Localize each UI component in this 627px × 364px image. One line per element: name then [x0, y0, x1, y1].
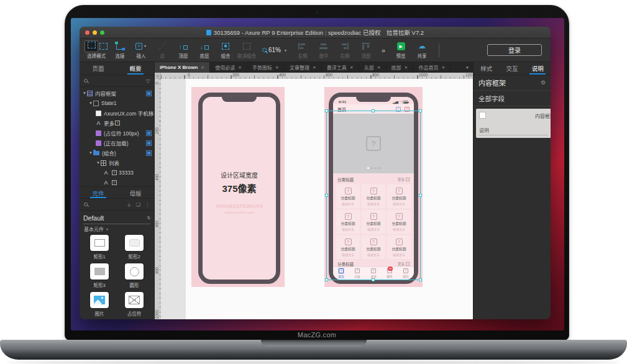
login-button[interactable]: 登录	[487, 44, 542, 56]
all-fields-row[interactable]: 全部字段	[474, 91, 551, 106]
glyph-box-icon: ?	[115, 121, 120, 125]
tab-style[interactable]: 样式	[474, 62, 499, 75]
tab-icon: ?	[355, 268, 360, 273]
library-select[interactable]: Default ⇅	[83, 212, 150, 224]
preview-button[interactable]: ▶ 预览	[391, 42, 410, 59]
search-icon[interactable]	[84, 79, 88, 83]
bezel-brand-label: MacZG.com	[65, 331, 569, 339]
share-button[interactable]: ☁ 共享	[413, 42, 431, 59]
note-badge-icon[interactable]	[146, 91, 152, 96]
widget-placeholder[interactable]: 占位符	[125, 292, 144, 319]
phone2-mockup[interactable]: 9:41 ▂▄▆ ◠ 首页	[329, 93, 418, 284]
close-icon[interactable]: ✕	[275, 65, 279, 70]
tree-item[interactable]: (正在加载)	[80, 138, 154, 148]
note-badge-icon[interactable]	[146, 150, 152, 156]
phone-tab-discover: ? 发现	[365, 268, 382, 280]
insert-button[interactable]: +▼ 插入	[132, 42, 150, 59]
align-center-icon	[319, 42, 327, 51]
phone1-mockup[interactable]: 设计区域宽度 375像素 手机移动端交互原型通用元件库 www.AxureUX.…	[198, 93, 280, 284]
category-cell: ?分类标题描述文字	[362, 210, 385, 234]
signal-icon: ▂▄▆	[393, 101, 398, 104]
search-icon[interactable]	[84, 202, 88, 206]
group-button[interactable]: 组合	[216, 42, 235, 59]
phone-tab-category: ? 分类	[349, 268, 365, 280]
page-tab-active[interactable]: iPhone X Brown✕	[155, 62, 210, 73]
tab-interactions[interactable]: 交互	[499, 62, 524, 75]
macbook-screen: 30135659 - Axure RP 9 Enterprise Edition…	[65, 5, 569, 340]
tree-item[interactable]: AxureUX.com 手机移动	[80, 108, 154, 118]
page-tab[interactable]: 头部✕	[359, 62, 387, 73]
phone-nav-bar: 首页 ? ?	[333, 104, 414, 114]
note-badge-icon[interactable]	[146, 130, 152, 136]
status-time: 9:41	[339, 100, 346, 104]
base-shadow	[6, 361, 621, 364]
tree-item[interactable]: A ?	[80, 178, 154, 186]
close-icon[interactable]: ✕	[405, 65, 408, 70]
snapshot-widget-icon	[96, 130, 101, 136]
close-icon[interactable]: ✕	[313, 65, 316, 70]
page-tab[interactable]: 底部✕	[387, 62, 414, 73]
tree-item[interactable]: (占位符 100px)	[80, 128, 154, 138]
caret-down-icon[interactable]: ▼	[96, 161, 101, 165]
group-folder-icon	[93, 151, 99, 155]
filter-icon[interactable]: ▽	[146, 78, 150, 84]
zoom-lens-icon	[262, 48, 267, 52]
close-icon[interactable]: ✕	[441, 65, 445, 70]
macos-desktop: 30135659 - Axure RP 9 Enterprise Edition…	[71, 18, 564, 330]
close-icon[interactable]: ✕	[201, 65, 204, 70]
note-checkbox[interactable]	[479, 112, 486, 119]
close-icon[interactable]: ✕	[350, 65, 354, 70]
widget-image[interactable]: 图片	[90, 292, 109, 319]
caret-down-icon[interactable]: ▼	[88, 151, 93, 155]
page-tab[interactable]: 作品首页✕	[413, 62, 451, 73]
note-card[interactable]: 内容框架 说明	[476, 109, 551, 138]
select-mode-button[interactable]: 选择模式	[85, 42, 108, 59]
page-tab[interactable]: 文章整理✕	[285, 62, 322, 73]
tree-item[interactable]: ▼ 列表	[80, 158, 154, 168]
design-width-value: 375像素	[203, 181, 276, 194]
close-icon[interactable]: ✕	[238, 65, 242, 70]
category-cell: ?分类标题描述文字	[336, 210, 360, 234]
gear-icon[interactable]: ⚙	[541, 80, 546, 86]
caret-down-icon[interactable]: ▼	[82, 91, 87, 95]
ungroup-icon	[243, 42, 250, 51]
widget-rect3[interactable]: 矩形3	[90, 263, 109, 292]
bring-to-front-icon: ↑	[179, 42, 188, 51]
page-tab[interactable]: 使用必读✕	[210, 62, 247, 73]
library-stack-icon[interactable]: ❏	[136, 202, 140, 207]
widget-section-label[interactable]: 基本元件 ▼	[80, 224, 154, 234]
canvas-pasteboard[interactable]: 设计区域宽度 375像素 手机移动端交互原型通用元件库 www.AxureUX.…	[161, 79, 473, 319]
send-to-back-button[interactable]: ↓ 底层	[195, 42, 214, 59]
tree-item[interactable]: A 更多 ?	[80, 118, 154, 128]
tree-item[interactable]: ▼ State1	[80, 98, 154, 108]
widget-circle[interactable]: 圆形	[125, 263, 144, 292]
add-icon[interactable]: ＋	[127, 201, 132, 208]
note-badge-icon[interactable]	[146, 140, 152, 146]
sidebar-top-tabs: 页面 概要	[80, 62, 154, 75]
tab-pages[interactable]: 页面	[80, 62, 117, 75]
zoom-control[interactable]: 61% ▼	[262, 47, 287, 53]
outline-tree: ▼ 内容框架 ▼ State1	[80, 87, 154, 186]
page-tab[interactable]: 手势图标✕	[247, 62, 285, 73]
close-icon[interactable]: ✕	[377, 65, 381, 70]
caret-down-icon[interactable]: ▼	[88, 101, 93, 105]
tab-list-caret-icon[interactable]: ▼	[462, 62, 473, 73]
kebab-menu-icon[interactable]: ⋮	[145, 202, 150, 207]
tree-item[interactable]: ▼ 内容框架	[80, 88, 154, 98]
bring-to-front-button[interactable]: ↑ 顶层	[174, 42, 193, 59]
widget-rect2[interactable]: 矩形2	[125, 235, 144, 263]
connect-button[interactable]: 连接	[111, 42, 129, 59]
widget-rect1[interactable]: 矩形1	[90, 235, 109, 263]
tree-item[interactable]: ▼ (组合)	[80, 148, 154, 158]
align-left-icon	[298, 42, 306, 51]
page-tabs: iPhone X Brown✕ 使用必读✕ 手势图标✕ 文章整理✕	[155, 62, 473, 73]
tab-notes[interactable]: 说明	[525, 62, 551, 75]
page-tab[interactable]: 悬浮工具✕	[322, 62, 359, 73]
zoom-value[interactable]: 61%	[268, 47, 281, 53]
tab-outline[interactable]: 概要	[117, 62, 154, 75]
tab-widgets[interactable]: 元件	[80, 187, 117, 198]
tree-item[interactable]: A ? 33333	[80, 168, 154, 178]
more-tools-button[interactable]: »	[382, 47, 385, 54]
tab-masters[interactable]: 母版	[117, 187, 154, 198]
text-widget-icon: A	[96, 120, 101, 126]
